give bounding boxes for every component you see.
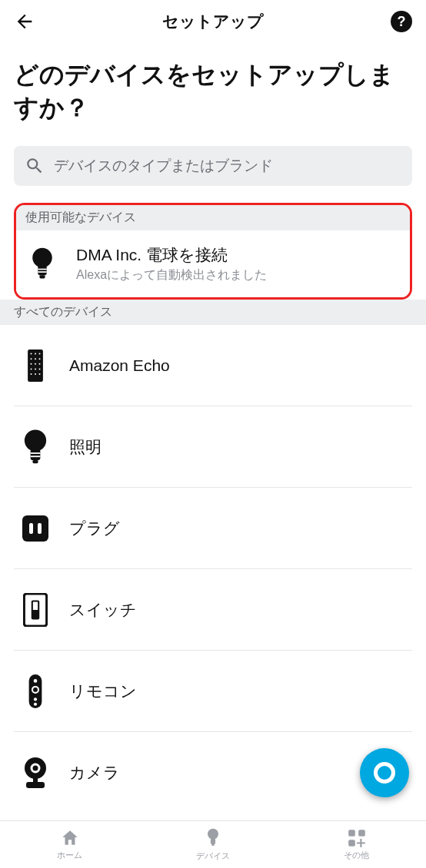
section-all-label: すべてのデバイス [0, 300, 426, 325]
svg-point-14 [39, 363, 41, 365]
nav-more-label: その他 [344, 850, 369, 861]
svg-point-15 [31, 368, 32, 369]
header-title: セットアップ [162, 11, 264, 32]
available-device-subtitle: Alexaによって自動検出されました [76, 267, 399, 283]
nav-home-label: ホーム [57, 850, 82, 861]
device-row-plug[interactable]: プラグ [14, 488, 412, 569]
svg-point-11 [39, 358, 41, 359]
device-row-light[interactable]: 照明 [14, 406, 412, 488]
svg-point-21 [25, 429, 46, 451]
svg-rect-47 [348, 840, 355, 846]
svg-point-17 [39, 368, 41, 369]
svg-rect-24 [31, 456, 41, 457]
available-device-row[interactable]: DMA Inc. 電球を接続 Alexaによって自動検出されました [16, 230, 410, 297]
bottom-nav: ホーム デバイス その他 [0, 820, 426, 868]
device-label: スイッチ [69, 599, 137, 621]
svg-point-16 [35, 368, 36, 369]
echo-icon [20, 349, 51, 383]
svg-point-12 [31, 363, 32, 365]
device-row-switch[interactable]: スイッチ [14, 569, 412, 651]
device-label: プラグ [69, 518, 120, 539]
device-label: Amazon Echo [69, 356, 170, 375]
back-button[interactable] [14, 11, 35, 32]
svg-point-10 [35, 358, 36, 359]
svg-point-33 [34, 679, 38, 683]
available-device-highlight: 使用可能なデバイス DMA Inc. 電球を接続 Alexaによって自動検出され… [14, 203, 412, 300]
svg-rect-44 [211, 844, 215, 846]
device-row-remote[interactable]: リモコン [14, 651, 412, 732]
question-mark-icon: ? [398, 14, 406, 30]
svg-rect-28 [38, 523, 42, 534]
device-label: リモコン [69, 681, 137, 702]
search-placeholder: デバイスのタイプまたはブランド [54, 156, 273, 176]
alexa-fab[interactable] [360, 748, 409, 797]
svg-point-19 [35, 373, 36, 375]
device-row-echo[interactable]: Amazon Echo [14, 325, 412, 406]
svg-point-7 [35, 353, 36, 354]
grid-plus-icon [347, 828, 367, 848]
device-list: Amazon Echo 照明 プラグ [0, 325, 426, 813]
search-input[interactable]: デバイスのタイプまたはブランド [14, 146, 412, 186]
svg-point-35 [34, 697, 37, 701]
nav-devices-label: デバイス [196, 850, 230, 862]
svg-point-36 [34, 703, 37, 706]
alexa-ring-icon [374, 762, 395, 784]
remote-icon [20, 674, 51, 709]
svg-rect-27 [29, 523, 33, 534]
device-label: 照明 [69, 436, 102, 458]
svg-rect-46 [358, 830, 365, 837]
bulb-icon [205, 827, 221, 849]
bulb-icon [20, 429, 51, 465]
plug-icon [20, 513, 51, 544]
device-label: カメラ [69, 762, 120, 784]
svg-rect-1 [38, 265, 46, 275]
svg-point-0 [32, 248, 52, 268]
svg-point-13 [35, 363, 36, 365]
nav-home[interactable]: ホーム [57, 828, 82, 861]
svg-rect-4 [39, 275, 45, 278]
switch-icon [20, 593, 51, 627]
svg-point-39 [33, 766, 38, 771]
camera-icon [20, 757, 51, 789]
svg-point-6 [31, 353, 32, 354]
svg-point-18 [31, 373, 32, 375]
home-icon [60, 828, 80, 848]
svg-rect-26 [22, 515, 48, 542]
svg-rect-2 [38, 269, 46, 270]
nav-devices[interactable]: デバイス [196, 827, 230, 862]
device-row-camera[interactable]: カメラ [14, 732, 412, 813]
svg-rect-31 [33, 601, 38, 609]
page-heading: どのデバイスをセットアップしますか？ [0, 43, 426, 146]
help-button[interactable]: ? [391, 11, 412, 32]
svg-rect-3 [38, 271, 46, 273]
svg-rect-45 [348, 830, 355, 837]
svg-rect-25 [32, 460, 38, 463]
arrow-left-icon [14, 11, 35, 32]
svg-rect-41 [26, 782, 45, 788]
nav-more[interactable]: その他 [344, 828, 369, 861]
bulb-icon [27, 247, 58, 282]
svg-rect-43 [211, 839, 215, 844]
available-device-texts: DMA Inc. 電球を接続 Alexaによって自動検出されました [76, 244, 399, 283]
section-available-label: 使用可能なデバイス [16, 205, 410, 230]
svg-point-42 [208, 829, 218, 840]
svg-point-8 [39, 353, 41, 354]
svg-point-9 [31, 358, 32, 359]
search-icon [25, 156, 45, 176]
svg-rect-22 [31, 449, 41, 460]
svg-point-20 [39, 373, 41, 375]
available-device-title: DMA Inc. 電球を接続 [76, 244, 399, 266]
header: セットアップ ? [0, 0, 426, 43]
svg-rect-23 [31, 452, 41, 454]
